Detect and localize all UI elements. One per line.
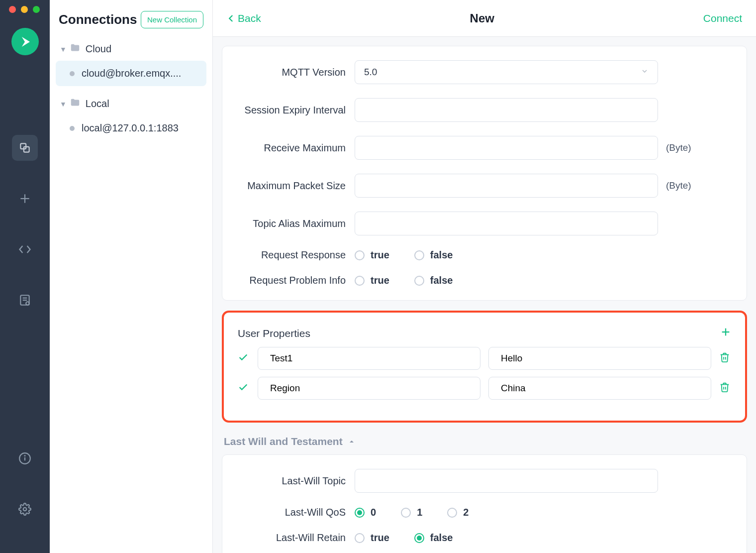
connection-label: cloud@broker.emqx.... [82,68,181,79]
check-icon [238,352,250,365]
radio-icon [414,250,424,260]
tree-group-label: Cloud [86,43,111,55]
app-logo [11,28,39,55]
chevron-down-icon: ▼ [60,45,67,53]
mqtt-version-label: MQTT Version [235,67,355,78]
connection-label: local@127.0.0.1:1883 [82,122,179,134]
status-dot-icon [70,71,75,76]
lwt-retain-label: Last-Will Retain [235,532,355,544]
request-response-label: Request Response [235,249,355,261]
maximize-window-icon[interactable] [33,6,40,13]
topbar: Back New Connect [213,0,756,37]
radio-label: 2 [463,507,469,518]
receive-maximum-label: Receive Maximum [235,142,355,154]
nav-info[interactable] [12,445,38,471]
radio-icon [447,508,457,518]
tree-group-label: Local [86,98,109,110]
property-key-input[interactable] [258,347,480,370]
topic-alias-input[interactable] [355,212,658,235]
nav-settings[interactable] [12,496,38,522]
radio-icon [401,508,411,518]
connect-button[interactable]: Connect [703,12,742,24]
request-problem-label: Request Problem Info [235,275,355,286]
user-properties-title: User Properties [238,328,310,339]
property-value-input[interactable] [488,377,711,400]
radio-label: true [371,249,389,261]
lwt-qos-label: Last-Will QoS [235,507,355,518]
request-problem-false[interactable]: false [414,275,453,286]
lwt-qos-2[interactable]: 2 [447,507,469,518]
minimize-window-icon[interactable] [21,6,28,13]
property-row [238,347,731,370]
connection-item-local[interactable]: local@127.0.0.1:1883 [56,115,206,141]
folder-icon [70,97,81,111]
page-title: New [261,11,703,25]
folder-icon [70,42,81,56]
radio-label: false [430,275,453,286]
lwt-retain-false[interactable]: false [414,532,453,544]
lwt-qos-0[interactable]: 0 [355,507,376,518]
radio-label: 1 [417,507,422,518]
radio-icon [414,533,424,543]
radio-icon [355,533,365,543]
lwt-card: Last-Will Topic Last-Will QoS 0 1 [222,454,747,553]
request-response-true[interactable]: true [355,249,389,261]
max-packet-input[interactable] [355,174,658,198]
mqtt-settings-card: MQTT Version 5.0 Session Expiry Interval [222,46,747,301]
nav-connections[interactable] [12,135,38,161]
new-collection-button[interactable]: New Collection [141,11,203,28]
receive-maximum-input[interactable] [355,136,658,160]
tree-group-local[interactable]: ▼ Local [56,92,206,115]
property-row [238,377,731,400]
nav-add[interactable] [12,186,38,212]
radio-icon [414,276,424,286]
radio-label: true [371,275,389,286]
session-expiry-input[interactable] [355,98,658,122]
svg-point-10 [24,455,25,456]
request-response-false[interactable]: false [414,249,453,261]
radio-icon [355,508,365,518]
byte-suffix: (Byte) [658,180,691,191]
window-controls [9,6,40,13]
chevron-down-icon [641,67,649,78]
lwt-collapse-header[interactable]: Last Will and Testament [222,433,747,454]
lwt-retain-true[interactable]: true [355,532,389,544]
nav-logs[interactable] [12,287,38,313]
svg-point-7 [26,302,29,305]
tree-group-cloud[interactable]: ▼ Cloud [56,37,206,61]
session-expiry-label: Session Expiry Interval [235,105,355,116]
status-dot-icon [70,126,75,131]
lwt-qos-1[interactable]: 1 [401,507,422,518]
lwt-topic-input[interactable] [355,469,658,493]
nav-scripts[interactable] [12,236,38,262]
lwt-title: Last Will and Testament [224,436,343,447]
connections-panel: Connections New Collection ▼ Cloud cloud… [50,0,213,553]
property-value-input[interactable] [488,347,711,370]
radio-icon [355,276,365,286]
caret-up-icon [348,438,356,445]
max-packet-label: Maximum Packet Size [235,180,355,192]
select-value: 5.0 [364,67,377,78]
delete-property-button[interactable] [719,382,731,395]
close-window-icon[interactable] [9,6,16,13]
lwt-topic-label: Last-Will Topic [235,475,355,487]
radio-icon [355,250,365,260]
back-label: Back [238,12,261,24]
property-key-input[interactable] [258,377,480,400]
back-button[interactable]: Back [227,12,261,24]
nav-rail [0,0,50,553]
delete-property-button[interactable] [719,352,731,365]
topic-alias-label: Topic Alias Maximum [235,218,355,229]
connection-item-cloud[interactable]: cloud@broker.emqx.... [56,61,206,86]
panel-title: Connections [59,12,137,27]
add-property-button[interactable] [720,327,731,340]
radio-label: false [430,249,453,261]
main-content: Back New Connect MQTT Version 5.0 [213,0,756,553]
request-problem-true[interactable]: true [355,275,389,286]
radio-label: false [430,532,453,544]
mqtt-version-select[interactable]: 5.0 [355,60,658,84]
radio-label: true [371,532,389,544]
chevron-down-icon: ▼ [60,100,67,108]
svg-point-11 [23,508,27,511]
byte-suffix: (Byte) [658,142,691,153]
